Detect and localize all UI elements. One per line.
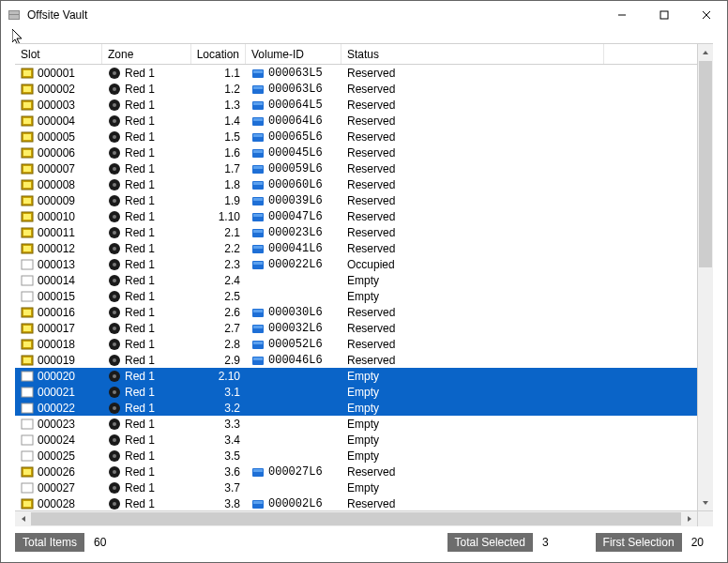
slot-value: 000012 <box>38 242 75 255</box>
tape-icon <box>251 226 265 239</box>
slot-value: 000014 <box>38 274 75 287</box>
status-value: Empty <box>347 386 379 399</box>
titlebar[interactable]: Offsite Vault <box>1 1 727 29</box>
slot-icon <box>21 67 34 80</box>
table-row[interactable]: 000005Red 11.5000065L6Reserved <box>15 129 697 145</box>
disc-icon <box>108 402 121 415</box>
volume-value: 000030L6 <box>268 306 323 319</box>
disc-icon <box>108 449 121 463</box>
status-total-items-value: 60 <box>84 533 115 552</box>
table-row[interactable]: 000027Red 13.7Empty <box>15 479 697 495</box>
table-row[interactable]: 000023Red 13.3Empty <box>15 416 697 432</box>
zone-value: Red 1 <box>125 226 155 239</box>
table-row[interactable]: 000013Red 12.3000022L6Occupied <box>15 256 697 272</box>
table-row[interactable]: 000006Red 11.6000045L6Reserved <box>15 145 697 160</box>
location-value: 1.4 <box>224 114 240 128</box>
table-row[interactable]: 000009Red 11.9000039L6Reserved <box>15 192 697 208</box>
slot-value: 000017 <box>38 322 75 335</box>
slot-icon <box>21 226 34 239</box>
tape-icon <box>251 322 265 335</box>
table-row[interactable]: 000020Red 12.10Empty <box>15 368 697 384</box>
status-bar: Total Items 60 Total Selected 3 First Se… <box>15 532 713 553</box>
table-row[interactable]: 000014Red 12.4Empty <box>15 272 697 288</box>
tape-icon <box>251 194 265 207</box>
table-row[interactable]: 000015Red 12.5Empty <box>15 288 697 304</box>
status-value: Empty <box>347 402 379 415</box>
header-volume[interactable]: Volume-ID <box>246 44 341 64</box>
horizontal-scrollbar[interactable] <box>15 510 697 526</box>
table-row[interactable]: 000021Red 13.1Empty <box>15 384 697 400</box>
status-value: Reserved <box>347 322 395 335</box>
rows[interactable]: 000001Red 11.1000063L5Reserved000002Red … <box>15 65 697 510</box>
disc-icon <box>108 258 121 271</box>
status-value: Empty <box>347 418 379 431</box>
hscroll-thumb[interactable] <box>31 512 681 525</box>
slot-icon <box>21 465 34 479</box>
slot-value: 000027 <box>38 481 75 495</box>
svg-point-10 <box>113 71 116 75</box>
status-value: Reserved <box>347 114 395 128</box>
table-row[interactable]: 000016Red 12.6000030L6Reserved <box>15 304 697 320</box>
location-value: 3.1 <box>224 386 240 399</box>
location-value: 1.9 <box>224 194 240 207</box>
table-row[interactable]: 000028Red 13.8000002L6Reserved <box>15 495 697 510</box>
table-row[interactable]: 000010Red 11.10000047L6Reserved <box>15 208 697 224</box>
slot-value: 000013 <box>38 258 75 271</box>
header-slot[interactable]: Slot <box>15 44 102 64</box>
scroll-down-button[interactable] <box>698 495 713 510</box>
svg-rect-133 <box>23 469 31 475</box>
table-row[interactable]: 000018Red 12.8000052L6Reserved <box>15 336 697 352</box>
svg-rect-56 <box>23 198 31 204</box>
zone-value: Red 1 <box>125 497 155 510</box>
disc-icon <box>108 99 121 112</box>
table-row[interactable]: 000017Red 12.7000032L6Reserved <box>15 320 697 336</box>
table-row[interactable]: 000019Red 12.9000046L6Reserved <box>15 352 697 368</box>
table-row[interactable]: 000002Red 11.2000063L6Reserved <box>15 81 697 97</box>
svg-point-70 <box>113 231 116 235</box>
location-value: 3.6 <box>224 465 240 479</box>
header-zone[interactable]: Zone <box>102 44 191 64</box>
zone-value: Red 1 <box>125 418 155 431</box>
table-row[interactable]: 000004Red 11.4000064L6Reserved <box>15 113 697 129</box>
scroll-right-button[interactable] <box>681 511 697 527</box>
table-row[interactable]: 000011Red 12.1000023L6Reserved <box>15 224 697 240</box>
volume-value: 000064L5 <box>268 99 323 112</box>
svg-rect-103 <box>23 342 31 347</box>
slot-icon <box>21 497 34 510</box>
table-row[interactable]: 000025Red 13.5Empty <box>15 448 697 464</box>
table-row[interactable]: 000007Red 11.7000059L6Reserved <box>15 160 697 176</box>
slot-icon <box>21 370 34 383</box>
scroll-thumb[interactable] <box>699 61 712 267</box>
table-row[interactable]: 000024Red 13.4Empty <box>15 432 697 448</box>
close-button[interactable] <box>685 2 727 29</box>
disc-icon <box>108 322 121 335</box>
volume-value: 000065L6 <box>268 130 323 144</box>
status-total-items-label: Total Items <box>15 533 84 552</box>
svg-rect-48 <box>253 166 263 169</box>
tape-icon <box>251 83 265 96</box>
svg-point-64 <box>113 215 116 219</box>
disc-icon <box>108 226 121 239</box>
location-value: 2.7 <box>224 322 240 335</box>
table-row[interactable]: 000012Red 12.2000041L6Reserved <box>15 240 697 256</box>
slot-value: 000010 <box>38 210 75 223</box>
table-row[interactable]: 000008Red 11.8000060L6Reserved <box>15 176 697 192</box>
svg-point-16 <box>113 87 116 91</box>
svg-point-22 <box>113 103 116 107</box>
table-row[interactable]: 000026Red 13.6000027L6Reserved <box>15 464 697 479</box>
table-row[interactable]: 000003Red 11.3000064L5Reserved <box>15 97 697 113</box>
maximize-button[interactable] <box>643 2 685 29</box>
disc-icon <box>108 83 121 96</box>
svg-rect-146 <box>253 501 263 504</box>
slot-value: 000023 <box>38 418 75 431</box>
svg-rect-109 <box>23 358 31 363</box>
minimize-button[interactable] <box>600 2 643 29</box>
table-row[interactable]: 000001Red 11.1000063L5Reserved <box>15 65 697 81</box>
scroll-left-button[interactable] <box>15 511 31 527</box>
header-status[interactable]: Status <box>341 44 604 64</box>
header-location[interactable]: Location <box>191 44 246 64</box>
svg-rect-24 <box>253 102 263 105</box>
table-row[interactable]: 000022Red 13.2Empty <box>15 400 697 416</box>
scroll-up-button[interactable] <box>698 44 713 60</box>
vertical-scrollbar[interactable] <box>697 44 713 510</box>
